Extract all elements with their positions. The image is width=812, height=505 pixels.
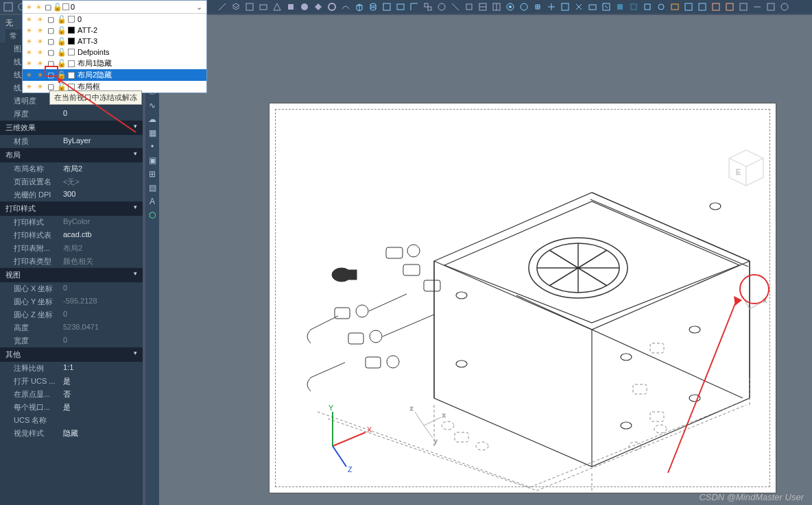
sun-icon[interactable]: ☀ [35, 25, 45, 35]
lock-icon[interactable]: 🔓 [57, 36, 67, 46]
vt-text-icon[interactable]: A [147, 196, 158, 207]
val-dpi[interactable]: 300 [62, 190, 143, 200]
vpfreeze-icon[interactable]: ▢ [46, 25, 56, 35]
tb-i36[interactable] [669, 1, 680, 12]
val-atOrigin[interactable]: 否 [62, 389, 143, 399]
val-pattach[interactable]: 布局2 [62, 243, 143, 254]
sun-icon[interactable]: ☀ [35, 59, 45, 69]
vt-table-icon[interactable]: ⊞ [147, 169, 158, 180]
tb-icon-5[interactable] [244, 1, 255, 12]
tb-i30[interactable] [587, 1, 598, 12]
ring-icon[interactable] [326, 1, 337, 12]
sun-icon[interactable]: ☀ [35, 47, 45, 57]
sun-icon[interactable]: ☀ [24, 47, 34, 57]
tb-i32[interactable] [614, 1, 625, 12]
val-pstyle[interactable]: ByColor [62, 217, 143, 227]
val-cy[interactable]: -595.2128 [62, 297, 143, 307]
color-swatch[interactable] [68, 60, 75, 67]
vt-block-icon[interactable]: ▣ [147, 155, 158, 166]
tb-i25[interactable] [518, 1, 529, 12]
sun-icon[interactable]: ☀ [24, 36, 34, 46]
tb-i29[interactable] [573, 1, 584, 12]
section-other[interactable]: 其他 [0, 347, 143, 362]
tb-i19[interactable] [436, 1, 447, 12]
tb-i37[interactable] [683, 1, 694, 12]
val-pagesetup[interactable]: <无> [62, 177, 143, 187]
vt-spline-icon[interactable]: ∿ [147, 100, 158, 111]
tb-i16[interactable] [395, 1, 406, 12]
sun-icon[interactable]: ☀ [35, 82, 45, 92]
diamond-icon[interactable] [313, 1, 324, 12]
sun-icon[interactable]: ☀ [24, 14, 34, 24]
chevron-down-icon[interactable]: ⌄ [193, 3, 205, 12]
val-cx[interactable]: 0 [62, 284, 143, 294]
tb-icon-6[interactable] [258, 1, 269, 12]
tb-i23[interactable] [491, 1, 502, 12]
tb-i17[interactable] [409, 1, 420, 12]
tb-i43[interactable] [765, 1, 776, 12]
box3d-icon[interactable] [354, 1, 365, 12]
tb-i26[interactable] [532, 1, 543, 12]
layer-row-0[interactable]: ☀☀▢🔓0 [23, 14, 206, 25]
tb-i33[interactable] [628, 1, 639, 12]
color-swatch[interactable] [68, 27, 75, 34]
sun-icon[interactable]: ☀ [35, 71, 45, 80]
triangle-icon[interactable] [272, 1, 283, 12]
val-perViewport[interactable]: 是 [62, 402, 143, 412]
sun-icon[interactable]: ☀ [24, 82, 34, 92]
layer-row-ATT-2[interactable]: ☀☀▢🔓ATT-2 [23, 25, 206, 36]
val-ptype[interactable]: 颜色相关 [62, 256, 143, 267]
tb-i42[interactable] [752, 1, 763, 12]
val-pstyletable[interactable]: acad.ctb [62, 230, 143, 241]
tb-i44[interactable] [779, 1, 790, 12]
vt-dim-icon[interactable]: ⬡ [147, 210, 158, 221]
box-icon[interactable] [285, 1, 296, 12]
section-view[interactable]: 视图 [0, 268, 143, 282]
lock-icon[interactable]: 🔓 [57, 59, 67, 69]
tb-i40[interactable] [724, 1, 735, 12]
section-layout[interactable]: 布局 [0, 148, 143, 162]
tb-i18[interactable] [422, 1, 433, 12]
tb-i15[interactable] [381, 1, 392, 12]
sun-icon[interactable]: ☀ [24, 59, 34, 69]
val-visualstyle[interactable]: 隐藏 [62, 428, 143, 439]
layer-row-ATT-3[interactable]: ☀☀▢🔓ATT-3 [23, 36, 206, 47]
val-ucsname[interactable] [62, 415, 143, 426]
color-swatch[interactable] [68, 38, 75, 45]
spline-icon[interactable] [340, 1, 351, 12]
tb-i21[interactable] [464, 1, 475, 12]
sun-icon[interactable]: ☀ [24, 71, 34, 80]
tb-i35[interactable] [656, 1, 667, 12]
val-layoutname[interactable]: 布局2 [62, 164, 143, 174]
vpfreeze-icon[interactable]: ▢ [46, 36, 56, 46]
tb-i38[interactable] [697, 1, 708, 12]
color-swatch[interactable] [68, 16, 75, 23]
lock-icon[interactable]: 🔓 [57, 47, 67, 57]
tb-icon-3[interactable] [217, 1, 228, 12]
val-annoscale[interactable]: 1:1 [62, 363, 143, 373]
lock-icon[interactable]: 🔓 [57, 25, 67, 35]
sun-icon[interactable]: ☀ [35, 36, 45, 46]
vpfreeze-icon[interactable]: ▢ [46, 14, 56, 24]
section-print[interactable]: 打印样式 [0, 201, 143, 216]
vt-revcloud-icon[interactable]: ☁ [147, 114, 158, 125]
tb-i28[interactable] [560, 1, 571, 12]
lock-icon[interactable]: 🔓 [57, 14, 67, 24]
vpfreeze-icon[interactable]: ▢ [46, 47, 56, 57]
sun-icon[interactable]: ☀ [35, 14, 45, 24]
tb-i27[interactable] [546, 1, 557, 12]
val-width[interactable]: 0 [62, 336, 143, 346]
tb-layers-icon[interactable] [230, 1, 241, 12]
vt-hatch-icon[interactable]: ▦ [147, 127, 158, 138]
sun-icon[interactable]: ☀ [24, 25, 34, 35]
vt-region-icon[interactable]: ▤ [147, 182, 158, 193]
tb-i41[interactable] [738, 1, 749, 12]
vt-point-icon[interactable]: • [147, 141, 158, 152]
tb-i24[interactable] [505, 1, 516, 12]
circle-icon[interactable] [299, 1, 310, 12]
tb-i22[interactable] [477, 1, 488, 12]
cyl-icon[interactable] [368, 1, 379, 12]
tb-i39[interactable] [710, 1, 721, 12]
val-height[interactable]: 5238.0471 [62, 323, 143, 333]
tb-i34[interactable] [642, 1, 653, 12]
